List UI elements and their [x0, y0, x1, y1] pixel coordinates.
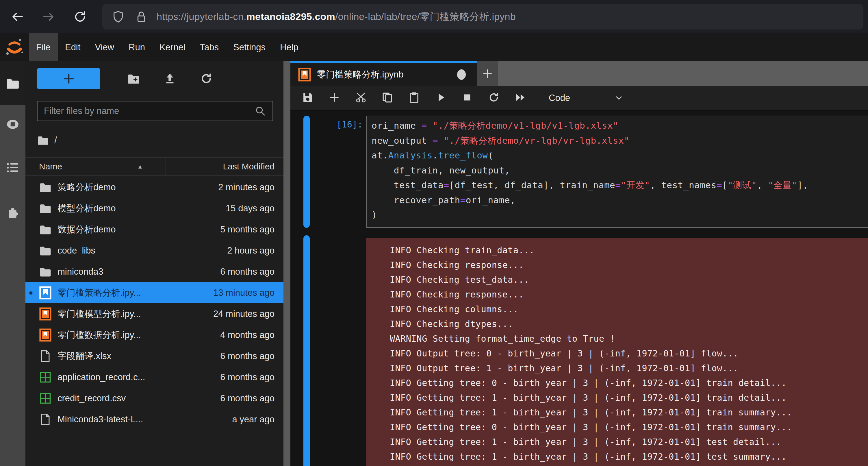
cell-type-dropdown[interactable]: Code — [549, 93, 570, 103]
folder-icon — [39, 243, 52, 258]
restart-button[interactable] — [485, 89, 503, 107]
jupyter-menu-bar: FileEditViewRunKernelTabsSettingsHelp — [0, 33, 868, 61]
table-of-contents-icon — [5, 161, 20, 175]
menu-item-kernel[interactable]: Kernel — [152, 33, 193, 61]
run-all-button[interactable] — [511, 89, 530, 107]
file-row[interactable]: 零门槛模型分析.ipy...24 minutes ago — [25, 303, 283, 324]
url-text[interactable]: https://jupyterlab-cn.metanoia8295.com/o… — [157, 10, 516, 23]
code-cell-editor[interactable]: ori_name = "./策略分析demo/v1-lgb/v1-lgb.xls… — [366, 116, 868, 228]
search-icon — [254, 105, 266, 117]
new-launcher-plus-icon — [62, 72, 75, 85]
folder-icon — [39, 222, 52, 237]
column-divider — [165, 157, 166, 175]
new-folder-button[interactable] — [118, 68, 149, 89]
menu-items: FileEditViewRunKernelTabsSettingsHelp — [29, 33, 306, 61]
output-collapser[interactable] — [303, 235, 310, 466]
notebook-tab[interactable]: 零门槛策略分析.ipynb — [290, 61, 477, 86]
file-modified-time: 6 months ago — [220, 266, 275, 277]
file-row[interactable]: application_record.c...6 months ago — [25, 367, 283, 388]
restart-icon — [488, 91, 500, 105]
unsaved-changes-dot-icon[interactable] — [457, 69, 466, 80]
run-button[interactable] — [431, 89, 450, 107]
copy-button[interactable] — [378, 89, 397, 107]
file-browser-panel: Filter files by name / Name ▲ Last Modif… — [25, 61, 283, 466]
menu-item-help[interactable]: Help — [273, 33, 306, 61]
reload-icon[interactable] — [70, 7, 90, 27]
file-icon — [39, 349, 52, 363]
refresh-button[interactable] — [190, 68, 222, 89]
file-row[interactable]: 策略分析demo2 minutes ago — [25, 177, 283, 198]
running-kernels-icon — [5, 117, 20, 132]
file-list: 策略分析demo2 minutes ago模型分析demo15 days ago… — [25, 177, 283, 430]
forward-icon[interactable] — [39, 7, 59, 27]
file-row[interactable]: code_libs2 hours ago — [25, 240, 283, 261]
input-collapser[interactable] — [303, 116, 310, 228]
sidebar-tab-file-browser[interactable] — [0, 61, 25, 105]
file-row[interactable]: 模型分析demo15 days ago — [25, 198, 283, 219]
lock-icon[interactable] — [135, 10, 148, 23]
menu-item-edit[interactable]: Edit — [58, 33, 88, 61]
notebook-icon — [39, 328, 52, 342]
file-row[interactable]: 数据分析demo5 months ago — [25, 219, 283, 240]
column-header-last-modified[interactable]: Last Modified — [223, 162, 275, 171]
paste-button[interactable] — [405, 89, 423, 107]
file-modified-time: 6 months ago — [220, 393, 275, 404]
sidebar-tab-extensions[interactable] — [0, 200, 25, 223]
notebook-icon — [39, 286, 52, 300]
save-button[interactable] — [299, 89, 317, 107]
shield-icon[interactable] — [112, 10, 125, 23]
toolbar-buttons — [290, 89, 530, 107]
refresh-icon — [200, 72, 213, 85]
menu-item-settings[interactable]: Settings — [226, 33, 273, 61]
file-name: 零门槛数据分析.ipy... — [58, 329, 141, 341]
menu-item-view[interactable]: View — [88, 33, 121, 61]
stop-icon — [461, 91, 473, 105]
add-cell-icon — [328, 91, 340, 105]
breadcrumb[interactable]: / — [37, 132, 57, 148]
sidebar-resizer-handle[interactable] — [283, 61, 290, 466]
new-tab-button[interactable] — [477, 61, 498, 86]
file-name: 字段翻译.xlsx — [58, 350, 111, 362]
folder-icon — [39, 201, 52, 216]
sort-ascending-icon[interactable]: ▲ — [137, 163, 143, 170]
new-launcher-button[interactable] — [37, 68, 100, 89]
notebook-icon — [39, 307, 52, 321]
file-row[interactable]: credit_record.csv6 months ago — [25, 388, 283, 409]
column-header-name[interactable]: Name — [39, 162, 62, 171]
menu-item-tabs[interactable]: Tabs — [193, 33, 226, 61]
sidebar-tab-running-kernels[interactable] — [0, 113, 25, 136]
chevron-down-icon[interactable] — [614, 92, 624, 104]
paste-icon — [408, 91, 420, 105]
file-row[interactable]: 字段翻译.xlsx6 months ago — [25, 345, 283, 367]
filter-files-input[interactable]: Filter files by name — [37, 101, 273, 121]
file-name: 零门槛模型分析.ipy... — [58, 308, 141, 320]
menu-item-run[interactable]: Run — [121, 33, 152, 61]
upload-button[interactable] — [154, 68, 186, 89]
back-icon[interactable] — [7, 7, 27, 27]
file-name: Miniconda3-latest-L... — [58, 414, 143, 425]
dock-tab-bar: 零门槛策略分析.ipynb — [290, 61, 868, 86]
file-modified-time: 5 months ago — [220, 224, 275, 235]
file-browser-toolbar — [25, 66, 283, 91]
spreadsheet-icon — [39, 370, 52, 384]
file-modified-time: a year ago — [232, 414, 275, 425]
run-icon — [435, 91, 447, 105]
file-row[interactable]: Miniconda3-latest-L...a year ago — [25, 409, 283, 430]
execution-count: [16]: — [325, 119, 363, 129]
folder-icon — [39, 180, 52, 195]
address-bar[interactable]: https://jupyterlab-cn.metanoia8295.com/o… — [102, 4, 863, 29]
cell-output-stderr: INFO Checking train_data... INFO Checkin… — [366, 238, 868, 466]
sidebar-tab-table-of-contents[interactable] — [0, 156, 25, 179]
extensions-icon — [5, 204, 20, 218]
notebook-panel: 零门槛策略分析.ipynb Code [16]: ori_name = "./策… — [290, 61, 868, 466]
add-cell-button[interactable] — [325, 89, 344, 107]
menu-item-file[interactable]: File — [29, 33, 58, 61]
file-name: miniconda3 — [58, 266, 103, 277]
file-row[interactable]: miniconda36 months ago — [25, 261, 283, 282]
plus-icon — [482, 68, 493, 80]
file-name: 模型分析demo — [58, 202, 116, 214]
file-row[interactable]: •零门槛策略分析.ipy...13 minutes ago — [25, 282, 283, 303]
cut-button[interactable] — [352, 89, 370, 107]
stop-button[interactable] — [458, 89, 476, 107]
file-row[interactable]: 零门槛数据分析.ipy...4 months ago — [25, 324, 283, 345]
